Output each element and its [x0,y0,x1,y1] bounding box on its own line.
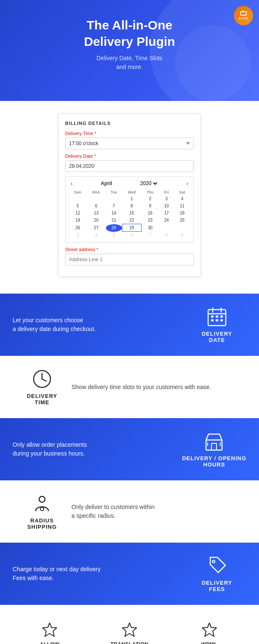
delivery-hours-icon-block: DELIVERY / OPENINGHOURS [182,431,246,468]
feature-delivery-date: Let your customers choosea delivery date… [0,294,259,356]
feature-delivery-hours: Only allow order placementsduring your b… [0,418,259,480]
calendar-day[interactable]: 14 [106,209,122,217]
calendar-day[interactable]: 29 [122,224,141,232]
hero-section: ELITE The All-in-OneDelivery Plugin Deli… [0,0,259,101]
calendar-day[interactable]: 11 [174,202,190,209]
delivery-hours-text: Only allow order placementsduring your b… [13,440,182,458]
calendar-day[interactable]: 23 [142,217,159,224]
calendar-icon [206,306,227,327]
calendar-day[interactable]: 3 [159,195,174,202]
calendar-day[interactable]: 24 [159,217,174,224]
svg-marker-23 [202,623,217,636]
calendar-day[interactable]: 7 [106,202,122,209]
svg-marker-22 [122,623,137,636]
grid-feature-wpml-support: WPMLSUPPORT [172,617,247,644]
svg-point-18 [39,496,45,502]
svg-rect-15 [211,443,217,450]
feature-delivery-time: DELIVERYTIME Show delivery time slots to… [0,356,259,418]
calendar-day[interactable]: 15 [122,209,141,217]
calendar-day[interactable]: 8 [159,232,174,239]
delivery-date-input[interactable] [65,160,194,172]
calendar-day[interactable]: 9 [174,232,190,239]
billing-title: BILLING DETAILS [65,121,194,126]
calendar-year-select[interactable]: 2020 [139,180,159,187]
delivery-date-label: DELIVERYDATE [202,331,233,343]
calendar-day[interactable]: 19 [69,217,87,224]
features-grid: ALLOWPICKUP TRANSLATIONREADY WPMLSUPPORT… [12,617,247,644]
calendar-day [87,195,106,202]
calendar-day[interactable]: 10 [159,202,174,209]
svg-rect-13 [206,440,222,450]
street-input[interactable] [65,254,194,265]
elite-badge: ELITE [234,6,253,25]
calendar-day [159,224,174,232]
calendar-day[interactable]: 9 [142,202,159,209]
calendar-day[interactable]: 12 [69,209,87,217]
svg-point-20 [212,560,215,563]
calendar-day[interactable]: 7 [142,232,159,239]
svg-rect-7 [211,319,214,321]
delivery-fees-label: DELIVERYFEES [202,580,233,592]
calendar-day[interactable]: 21 [106,217,122,224]
calendar-day[interactable]: 4 [87,232,106,239]
delivery-time-label: DELIVERYTIME [27,393,58,405]
calendar-day[interactable]: 5 [69,202,87,209]
calendar-day[interactable]: 20 [87,217,106,224]
calendar-prev[interactable]: ‹ [69,180,74,187]
calendar-day[interactable]: 1 [122,195,141,202]
calendar-grid: Sun Mon Tue Wed Thu Fri Sat 123456789101… [69,189,190,239]
calendar: ‹ April 2020 › Sun Mon Tue Wed Thu Fri [65,176,194,243]
radius-shipping-text: Only deliver to customers withina specif… [71,503,246,520]
checkout-preview-section: BILLING DETAILS Delivery Time * 17:00 o'… [0,101,259,294]
hero-subtitle: Delivery Date, Time Slotsand more. [8,54,251,72]
calendar-day [106,195,122,202]
radius-shipping-icon-block: RADIUSSHIPPING [13,493,71,530]
clock-icon [32,368,53,390]
calendar-day[interactable]: 6 [122,232,141,239]
delivery-date-icon-block: DELIVERYDATE [188,306,246,343]
delivery-time-label: Delivery Time * [65,131,194,136]
feature-radius-shipping: RADIUSSHIPPING Only deliver to customers… [0,480,259,543]
delivery-fees-icon-block: DELIVERYFEES [188,555,246,592]
calendar-day[interactable]: 4 [174,195,190,202]
delivery-time-icon-block: DELIVERYTIME [13,368,71,405]
billing-form: BILLING DETAILS Delivery Time * 17:00 o'… [58,114,201,277]
svg-rect-5 [216,315,218,318]
calendar-day[interactable]: 27 [87,224,106,232]
calendar-day[interactable]: 26 [69,224,87,232]
calendar-next[interactable]: › [185,180,190,187]
grid-feature-label: WPMLSUPPORT [196,641,222,644]
calendar-day[interactable]: 6 [87,202,106,209]
calendar-month: April [100,180,112,186]
svg-rect-9 [220,319,223,321]
calendar-day[interactable]: 3 [69,232,87,239]
calendar-day[interactable]: 25 [174,217,190,224]
calendar-day[interactable]: 28 [106,224,122,232]
cal-day-fri: Fri [159,189,174,195]
grid-features-section: ALLOWPICKUP TRANSLATIONREADY WPMLSUPPORT… [0,605,259,644]
delivery-time-text: Show delivery time slots to your custome… [71,383,246,392]
cal-day-tue: Tue [106,189,122,195]
person-pin-icon [32,493,53,514]
calendar-day[interactable]: 22 [122,217,141,224]
calendar-day[interactable]: 16 [142,209,159,217]
star-icon [42,622,58,638]
calendar-day[interactable]: 18 [174,209,190,217]
delivery-hours-label: DELIVERY / OPENINGHOURS [182,455,246,468]
cal-day-mon: Mon [87,189,106,195]
calendar-day[interactable]: 5 [106,232,122,239]
delivery-time-select[interactable]: 17:00 o'clock [65,138,194,149]
calendar-day[interactable]: 2 [142,195,159,202]
calendar-day[interactable]: 13 [87,209,106,217]
elite-label: ELITE [239,17,248,20]
radius-shipping-label: RADIUSSHIPPING [27,517,57,530]
delivery-fees-text: Charge today or next day deliveryFees wi… [13,565,188,583]
cal-day-thu: Thu [142,189,159,195]
cal-day-wed: Wed [122,189,141,195]
calendar-day [69,195,87,202]
calendar-day[interactable]: 17 [159,209,174,217]
grid-feature-label: TRANSLATIONREADY [111,641,149,644]
calendar-day[interactable]: 30 [142,224,159,232]
calendar-day[interactable]: 8 [122,202,141,209]
street-label: Street address * [65,247,194,252]
